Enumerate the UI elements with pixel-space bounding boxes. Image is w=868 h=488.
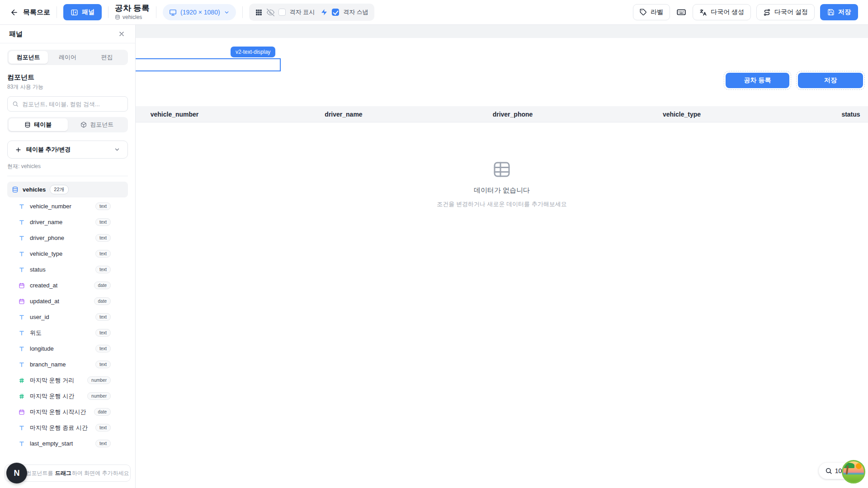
field-row[interactable]: statustext xyxy=(7,262,128,277)
i18n-generate-button[interactable]: 다국어 생성 xyxy=(693,4,751,20)
avatar[interactable]: N xyxy=(6,463,27,483)
table-icon xyxy=(493,160,511,178)
register-vehicle-button[interactable]: 공차 등록 xyxy=(726,73,789,88)
type-icon xyxy=(18,330,25,336)
field-type-badge: text xyxy=(95,218,111,226)
field-name: driver_phone xyxy=(30,235,64,241)
plus-icon xyxy=(15,146,22,153)
divider xyxy=(108,6,108,18)
calendar-icon xyxy=(18,409,25,415)
translate-icon xyxy=(699,9,707,16)
field-row[interactable]: 마지막 운행 시작시간date xyxy=(7,404,128,420)
field-row[interactable]: created_atdate xyxy=(7,277,128,293)
field-row[interactable]: vehicle_numbertext xyxy=(7,198,128,214)
field-row[interactable]: 마지막 운행 거리number xyxy=(7,372,128,388)
search-input[interactable] xyxy=(22,101,123,108)
type-icon xyxy=(18,235,25,241)
back-label: 목록으로 xyxy=(23,8,50,17)
type-icon xyxy=(18,251,25,257)
add-table-button[interactable]: 테이블 추가/변경 xyxy=(7,141,128,159)
tab-edit[interactable]: 편집 xyxy=(87,51,127,64)
field-name: status xyxy=(30,266,46,273)
field-row[interactable]: driver_nametext xyxy=(7,214,128,230)
field-type-badge: text xyxy=(95,345,111,352)
i18n-settings-button[interactable]: 다국어 설정 xyxy=(756,4,815,20)
mode-tab-tables[interactable]: 테이블 xyxy=(9,118,68,131)
type-icon xyxy=(18,441,25,447)
field-name: updated_at xyxy=(30,298,59,305)
type-icon xyxy=(18,267,25,273)
component-search[interactable] xyxy=(7,96,128,112)
panel-toggle-button[interactable]: 패널 xyxy=(63,4,102,20)
selected-component-tag: v2-text-display xyxy=(231,47,275,57)
field-row[interactable]: updated_atdate xyxy=(7,293,128,309)
page-title: 공차 등록 xyxy=(115,4,150,13)
route-icon xyxy=(763,9,771,16)
type-icon xyxy=(18,361,25,368)
data-table-header[interactable]: vehicle_numberdriver_namedriver_phoneveh… xyxy=(136,106,868,122)
hash-icon xyxy=(18,377,25,384)
field-type-badge: text xyxy=(95,234,111,242)
current-table-label: 현재: vehicles xyxy=(7,163,128,170)
field-row[interactable]: longitudetext xyxy=(7,341,128,357)
field-row[interactable]: last_empty_starttext xyxy=(7,436,128,451)
table-row-vehicles[interactable]: vehicles 22개 xyxy=(7,182,128,197)
field-type-badge: date xyxy=(94,282,111,289)
resolution-selector[interactable]: (868 × 488) xyxy=(163,4,236,20)
field-name: branch_name xyxy=(30,361,66,368)
zap-icon xyxy=(321,9,328,16)
island-icon[interactable] xyxy=(842,460,865,483)
calendar-icon xyxy=(18,282,25,289)
builder-canvas: v2-text-display 공차 등록 저장 vehicle_numberd… xyxy=(136,25,868,488)
table-column-header: vehicle_type xyxy=(597,106,766,122)
field-name: user_id xyxy=(30,314,49,320)
save-button[interactable]: 저장 xyxy=(820,4,858,20)
field-row[interactable]: 마지막 운행 종료 시간text xyxy=(7,420,128,436)
field-row[interactable]: 마지막 운행 시간number xyxy=(7,388,128,404)
package-icon xyxy=(80,122,87,128)
field-type-badge: text xyxy=(95,361,111,368)
record-count-badge: 22개 xyxy=(50,185,68,194)
selected-text-display-component[interactable] xyxy=(135,58,281,71)
field-row[interactable]: user_idtext xyxy=(7,309,128,325)
field-list: vehicle_numbertextdriver_nametextdriver_… xyxy=(7,198,128,451)
field-row[interactable]: vehicle_typetext xyxy=(7,246,128,262)
type-icon xyxy=(18,425,25,431)
type-icon xyxy=(18,346,25,352)
field-type-badge: text xyxy=(95,313,111,321)
grid-options-group: 격자 표시 격자 스냅 xyxy=(249,4,374,21)
back-to-list-button[interactable]: 목록으로 xyxy=(10,8,50,17)
empty-title: 데이터가 없습니다 xyxy=(474,186,530,195)
database-icon xyxy=(24,122,31,128)
panel-tabs: 컴포넌트 레이어 편집 xyxy=(7,50,128,65)
field-row[interactable]: branch_nametext xyxy=(7,357,128,372)
component-panel: 패널 컴포넌트 레이어 편집 컴포넌트 83개 사용 가능 테이블 xyxy=(0,25,136,488)
mode-tab-components[interactable]: 컴포넌트 xyxy=(68,118,127,131)
field-type-badge: date xyxy=(94,297,111,305)
grid-show-checkbox[interactable] xyxy=(278,9,286,16)
canvas-save-button[interactable]: 저장 xyxy=(798,73,863,88)
field-name: vehicle_type xyxy=(30,250,62,257)
field-name: longitude xyxy=(30,345,54,352)
field-type-badge: number xyxy=(87,392,111,400)
field-row[interactable]: 위도text xyxy=(7,325,128,341)
page-surface xyxy=(136,38,868,488)
keyboard-shortcuts-button[interactable] xyxy=(675,7,687,17)
field-type-badge: text xyxy=(95,266,111,273)
divider xyxy=(156,6,156,18)
page-title-block: 공차 등록 vehicles xyxy=(115,4,150,21)
field-row[interactable]: driver_phonetext xyxy=(7,230,128,246)
label-button[interactable]: 라벨 xyxy=(633,4,670,20)
type-icon xyxy=(18,203,25,210)
close-icon[interactable] xyxy=(117,29,126,38)
field-type-badge: number xyxy=(87,376,111,384)
tab-components[interactable]: 컴포넌트 xyxy=(9,51,48,64)
tab-layers[interactable]: 레이어 xyxy=(48,51,87,64)
field-name: 마지막 운행 시작시간 xyxy=(30,408,86,416)
empty-subtitle: 조건을 변경하거나 새로운 데이터를 추가해보세요 xyxy=(437,200,566,208)
eye-off-icon xyxy=(267,9,274,16)
type-icon xyxy=(18,314,25,320)
grid-show-label: 격자 표시 xyxy=(290,8,315,16)
type-icon xyxy=(18,219,25,225)
grid-snap-checkbox[interactable] xyxy=(332,9,339,16)
